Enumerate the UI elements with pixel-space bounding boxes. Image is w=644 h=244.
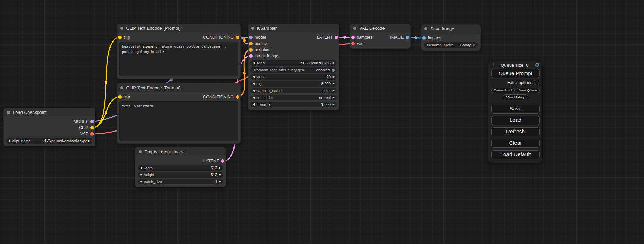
next-value-arrow-icon[interactable]: ▶ xyxy=(219,173,221,176)
samples-input-port-icon[interactable] xyxy=(351,36,355,39)
prev-value-arrow-icon[interactable]: ◀ xyxy=(253,62,255,64)
collapse-dot-icon[interactable] xyxy=(353,27,356,30)
node-title-bar[interactable]: CLIP Text Encode (Prompt) xyxy=(117,83,240,92)
prev-value-arrow-icon[interactable]: ◀ xyxy=(140,173,142,176)
images-input-port-icon[interactable] xyxy=(422,36,426,40)
next-value-arrow-icon[interactable]: ▶ xyxy=(333,82,335,85)
node-title-bar[interactable]: Load Checkpoint xyxy=(4,108,95,117)
widget-sampler-name[interactable]: ◀ sampler_name euler ▶ xyxy=(250,88,337,93)
next-value-arrow-icon[interactable]: ▶ xyxy=(333,96,335,99)
negative-input-port-icon[interactable] xyxy=(249,48,253,52)
conditioning-output-port-icon[interactable] xyxy=(236,36,239,39)
next-value-arrow-icon[interactable]: ▶ xyxy=(333,75,335,78)
widget-scheduler[interactable]: ◀ scheduler normal ▶ xyxy=(250,95,337,100)
prev-value-arrow-icon[interactable]: ◀ xyxy=(8,139,10,142)
node-title: CLIP Text Encode (Prompt) xyxy=(126,85,181,90)
widget-width[interactable]: ◀ width 512 ▶ xyxy=(138,165,223,171)
clip-output-port-icon[interactable] xyxy=(90,126,94,129)
node-title: VAE Decode xyxy=(359,26,385,31)
graph-canvas[interactable]: { "colors": { "MODEL": "#b39ddb", "CLIP"… xyxy=(0,0,644,244)
clear-button[interactable]: Clear xyxy=(491,139,540,148)
widget-seed[interactable]: ◀ seed 156680208700286 ▶ xyxy=(250,60,337,66)
extra-options-checkbox[interactable] xyxy=(535,81,539,85)
widget-cfg[interactable]: ◀ cfg 8.000 ▶ xyxy=(250,81,337,87)
widget-batch-size[interactable]: ◀ batch_size 1 ▶ xyxy=(138,179,223,184)
refresh-button[interactable]: Refresh xyxy=(491,127,540,136)
model-output-port-icon[interactable] xyxy=(90,120,94,123)
widget-denoise[interactable]: ◀ denoise 1.000 ▶ xyxy=(250,102,337,107)
next-value-arrow-icon[interactable]: ▶ xyxy=(88,139,90,142)
widget-steps[interactable]: ◀ steps 20 ▶ xyxy=(250,74,337,80)
node-title-bar[interactable]: Empty Latent Image xyxy=(135,147,226,156)
latent-output-port-icon[interactable] xyxy=(221,159,224,163)
prev-value-arrow-icon[interactable]: ◀ xyxy=(253,89,255,92)
collapse-dot-icon[interactable] xyxy=(139,150,142,153)
load-default-button[interactable]: Load Default xyxy=(491,150,540,159)
prev-value-arrow-icon[interactable]: ◀ xyxy=(140,180,142,183)
slot-label-negative: negative xyxy=(255,47,270,52)
node-load-checkpoint[interactable]: Load Checkpoint MODEL CLIP VAE ◀ ckpt_na… xyxy=(3,108,95,146)
collapse-dot-icon[interactable] xyxy=(7,111,10,114)
node-empty-latent-image[interactable]: Empty Latent Image LATENT ◀ width 512 ▶ … xyxy=(135,147,226,187)
positive-input-port-icon[interactable] xyxy=(249,42,253,45)
prev-value-arrow-icon[interactable]: ◀ xyxy=(140,166,142,169)
widget-height[interactable]: ◀ height 512 ▶ xyxy=(138,172,223,178)
node-ksampler[interactable]: KSampler model LATENT positive negative xyxy=(248,24,339,110)
node-vae-decode[interactable]: VAE Decode samples IMAGE vae xyxy=(350,24,411,49)
widget-filename-prefix[interactable]: filename_prefix ComfyUI xyxy=(424,42,478,48)
queue-front-button[interactable]: Queue Front xyxy=(491,88,515,93)
latent-output-port-icon[interactable] xyxy=(335,36,338,39)
collapse-dot-icon[interactable] xyxy=(120,27,123,30)
settings-gear-icon[interactable]: ⚙ xyxy=(535,63,540,68)
clip-input-port-icon[interactable] xyxy=(118,95,122,99)
next-value-arrow-icon[interactable]: ▶ xyxy=(219,180,221,183)
node-title: CLIP Text Encode (Prompt) xyxy=(126,26,181,31)
queue-prompt-button[interactable]: Queue Prompt xyxy=(491,69,540,78)
node-title-bar[interactable]: Save Image xyxy=(421,25,480,34)
view-history-button[interactable]: View History xyxy=(503,94,528,100)
next-value-arrow-icon[interactable]: ▶ xyxy=(219,166,221,169)
widget-random-seed-toggle[interactable]: Random seed after every gen enabled xyxy=(250,67,337,73)
drag-handle-icon[interactable]: ⠿ xyxy=(491,63,494,67)
widget-label: batch_size xyxy=(144,180,162,184)
widget-value: ComfyUI xyxy=(460,43,475,47)
next-value-arrow-icon[interactable]: ▶ xyxy=(333,62,335,64)
slot-label-latent: LATENT xyxy=(203,159,219,163)
collapse-dot-icon[interactable] xyxy=(120,86,123,89)
prev-value-arrow-icon[interactable]: ◀ xyxy=(253,75,255,78)
next-value-arrow-icon[interactable]: ▶ xyxy=(333,103,335,106)
slot-row: CLIP xyxy=(4,125,95,131)
prev-value-arrow-icon[interactable]: ◀ xyxy=(253,82,255,85)
view-queue-button[interactable]: View Queue xyxy=(517,88,540,93)
clip-input-port-icon[interactable] xyxy=(118,36,122,39)
prompt-text-input[interactable]: text, watermark xyxy=(119,101,238,141)
slot-label-images: images xyxy=(428,36,441,40)
widget-ckpt-name[interactable]: ◀ ckpt_name v1-5-pruned-emaonly.ckpt ▶ xyxy=(6,138,92,144)
slot-row: VAE xyxy=(4,131,95,137)
node-save-image[interactable]: Save Image images filename_prefix ComfyU… xyxy=(421,24,481,51)
toggle-dot-icon[interactable] xyxy=(332,69,335,72)
queue-panel: ⠿ Queue size: 0 ⚙ Queue Prompt Extra opt… xyxy=(488,61,542,163)
prev-value-arrow-icon[interactable]: ◀ xyxy=(253,96,255,99)
slot-row: clip CONDITIONING xyxy=(117,94,240,100)
save-button[interactable]: Save xyxy=(491,105,540,114)
collapse-dot-icon[interactable] xyxy=(251,27,254,30)
node-title-bar[interactable]: CLIP Text Encode (Prompt) xyxy=(117,24,240,33)
vae-input-port-icon[interactable] xyxy=(351,42,355,45)
next-value-arrow-icon[interactable]: ▶ xyxy=(333,89,335,92)
prev-value-arrow-icon[interactable]: ◀ xyxy=(253,103,255,106)
latent-image-input-port-icon[interactable] xyxy=(249,54,253,58)
node-title: Save Image xyxy=(430,26,454,31)
vae-output-port-icon[interactable] xyxy=(90,132,94,136)
load-button[interactable]: Load xyxy=(491,116,540,125)
node-title-bar[interactable]: KSampler xyxy=(248,24,339,33)
slot-row: LATENT xyxy=(135,158,226,164)
image-output-port-icon[interactable] xyxy=(406,36,409,39)
prompt-text-input[interactable]: beautiful scenery nature glass bottle la… xyxy=(119,42,238,76)
node-clip-text-encode-positive[interactable]: CLIP Text Encode (Prompt) clip CONDITION… xyxy=(117,24,241,79)
model-input-port-icon[interactable] xyxy=(249,36,253,39)
node-title-bar[interactable]: VAE Decode xyxy=(350,24,410,33)
conditioning-output-port-icon[interactable] xyxy=(236,95,239,99)
node-clip-text-encode-negative[interactable]: CLIP Text Encode (Prompt) clip CONDITION… xyxy=(117,83,241,144)
collapse-dot-icon[interactable] xyxy=(424,27,427,30)
